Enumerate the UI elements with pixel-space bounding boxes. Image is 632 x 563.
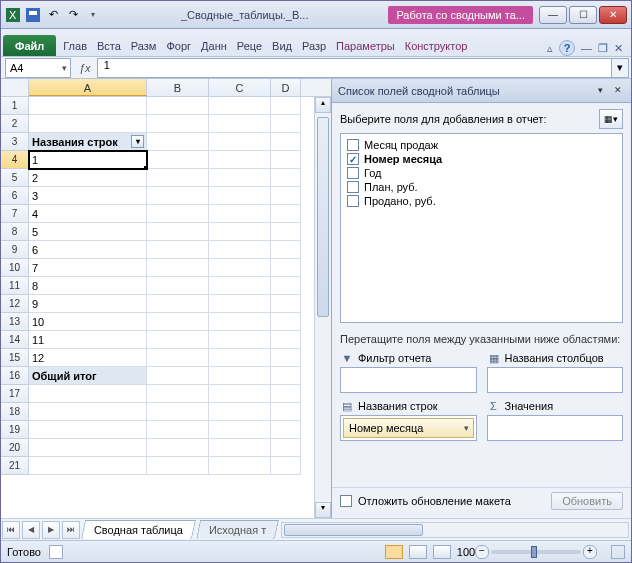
layout-options-button[interactable]: ▦▾ <box>599 109 623 129</box>
cell[interactable] <box>209 187 271 205</box>
cell[interactable] <box>209 115 271 133</box>
row-header[interactable]: 15 <box>1 349 29 367</box>
cell[interactable] <box>29 97 147 115</box>
pivot-filter-dropdown[interactable]: ▾ <box>131 135 144 148</box>
field-checkbox[interactable] <box>347 195 359 207</box>
row-header[interactable]: 10 <box>1 259 29 277</box>
cell[interactable] <box>271 313 301 331</box>
row-header[interactable]: 14 <box>1 331 29 349</box>
cell[interactable] <box>209 403 271 421</box>
cell[interactable] <box>271 205 301 223</box>
qat-dropdown-icon[interactable]: ▾ <box>85 7 101 23</box>
column-header-C[interactable]: C <box>209 79 271 96</box>
cell[interactable] <box>271 403 301 421</box>
cell[interactable] <box>29 421 147 439</box>
sheet-nav-last-icon[interactable]: ⏭ <box>62 521 80 539</box>
cell[interactable] <box>147 421 209 439</box>
cell[interactable] <box>209 295 271 313</box>
maximize-button[interactable]: ☐ <box>569 6 597 24</box>
row-header[interactable]: 21 <box>1 457 29 475</box>
column-header-B[interactable]: B <box>147 79 209 96</box>
worksheet-grid[interactable]: A B C D 123Названия строк▾41526374859610… <box>1 79 331 518</box>
cell[interactable] <box>147 97 209 115</box>
cell[interactable]: Названия строк▾ <box>29 133 147 151</box>
ribbon-tab-review[interactable]: Реце <box>232 35 267 56</box>
scroll-up-icon[interactable]: ▴ <box>315 97 331 113</box>
cell[interactable]: Общий итог <box>29 367 147 385</box>
sheet-tab-active[interactable]: Сводная таблица <box>81 520 196 539</box>
row-header[interactable]: 19 <box>1 421 29 439</box>
cell[interactable]: 1 <box>29 151 147 169</box>
row-header[interactable]: 11 <box>1 277 29 295</box>
cell[interactable] <box>29 403 147 421</box>
field-checkbox[interactable]: ✓ <box>347 153 359 165</box>
cell[interactable] <box>271 97 301 115</box>
cell[interactable] <box>147 457 209 475</box>
row-header[interactable]: 4 <box>1 151 29 169</box>
row-header[interactable]: 3 <box>1 133 29 151</box>
cell[interactable]: 10 <box>29 313 147 331</box>
cell[interactable] <box>209 385 271 403</box>
cell[interactable] <box>147 349 209 367</box>
ribbon-tab-layout[interactable]: Разм <box>126 35 162 56</box>
sheet-nav-next-icon[interactable]: ▶ <box>42 521 60 539</box>
vertical-scrollbar[interactable]: ▴ ▾ <box>314 97 331 518</box>
cell[interactable]: 2 <box>29 169 147 187</box>
field-row[interactable]: ✓Номер месяца <box>345 152 618 166</box>
cell[interactable] <box>147 295 209 313</box>
row-header[interactable]: 17 <box>1 385 29 403</box>
save-icon[interactable] <box>25 7 41 23</box>
cell[interactable] <box>271 223 301 241</box>
column-header-D[interactable]: D <box>271 79 301 96</box>
field-checkbox[interactable] <box>347 139 359 151</box>
cell[interactable] <box>147 385 209 403</box>
cell[interactable]: 4 <box>29 205 147 223</box>
cell[interactable] <box>147 223 209 241</box>
cell[interactable] <box>209 331 271 349</box>
cell[interactable] <box>147 169 209 187</box>
pane-close-icon[interactable]: ✕ <box>611 84 625 98</box>
workbook-minimize-icon[interactable]: — <box>581 42 592 54</box>
cell[interactable] <box>271 385 301 403</box>
cell[interactable] <box>271 457 301 475</box>
cell[interactable] <box>147 187 209 205</box>
update-button[interactable]: Обновить <box>551 492 623 510</box>
column-header-A[interactable]: A <box>29 79 147 96</box>
cell[interactable] <box>147 403 209 421</box>
cell[interactable]: 9 <box>29 295 147 313</box>
cell[interactable] <box>209 367 271 385</box>
scroll-down-icon[interactable]: ▾ <box>315 502 331 518</box>
ribbon-tab-home[interactable]: Глав <box>58 35 92 56</box>
cell[interactable] <box>147 439 209 457</box>
row-header[interactable]: 8 <box>1 223 29 241</box>
cell[interactable] <box>29 457 147 475</box>
pane-dropdown-icon[interactable]: ▾ <box>593 84 607 98</box>
cell[interactable] <box>147 313 209 331</box>
workbook-restore-icon[interactable]: ❐ <box>598 42 608 55</box>
help-icon[interactable]: ? <box>559 40 575 56</box>
ribbon-tab-view[interactable]: Вид <box>267 35 297 56</box>
cell[interactable] <box>209 277 271 295</box>
row-header[interactable]: 9 <box>1 241 29 259</box>
field-row[interactable]: План, руб. <box>345 180 618 194</box>
fullscreen-icon[interactable] <box>611 545 625 559</box>
ribbon-tab-developer[interactable]: Разр <box>297 35 331 56</box>
cell[interactable] <box>209 349 271 367</box>
area-rows-item[interactable]: Номер месяца <box>343 418 474 438</box>
ribbon-minimize-icon[interactable]: ▵ <box>547 42 553 55</box>
cell[interactable] <box>271 169 301 187</box>
row-header[interactable]: 1 <box>1 97 29 115</box>
sheet-nav-first-icon[interactable]: ⏮ <box>2 521 20 539</box>
cell[interactable] <box>147 205 209 223</box>
cell[interactable] <box>209 241 271 259</box>
cell[interactable] <box>147 259 209 277</box>
cell[interactable] <box>271 439 301 457</box>
cell[interactable]: 3 <box>29 187 147 205</box>
select-all-corner[interactable] <box>1 79 29 96</box>
cell[interactable]: 12 <box>29 349 147 367</box>
area-rows-drop[interactable]: Номер месяца <box>340 415 477 441</box>
row-header[interactable]: 12 <box>1 295 29 313</box>
field-row[interactable]: Год <box>345 166 618 180</box>
cell[interactable] <box>29 439 147 457</box>
cell[interactable] <box>147 331 209 349</box>
